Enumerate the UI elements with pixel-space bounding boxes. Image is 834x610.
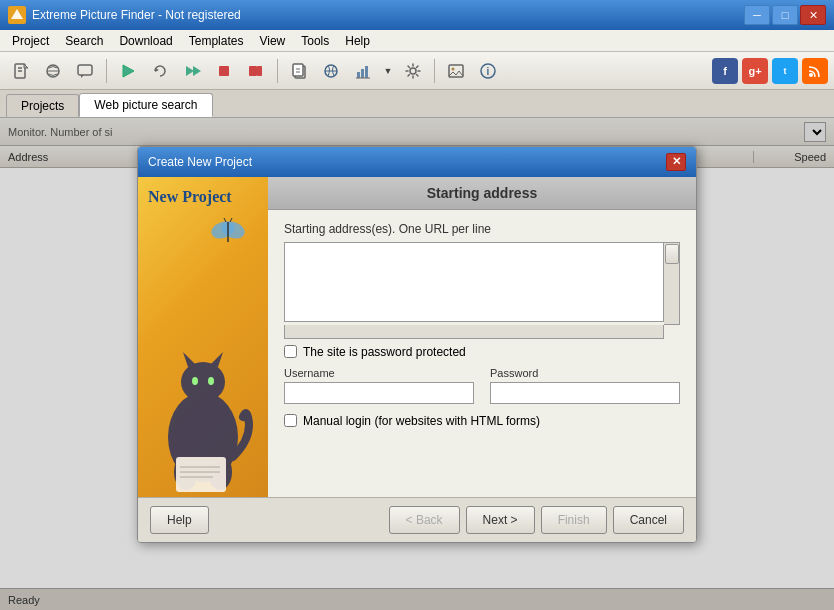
toolbar-sep-2 <box>277 59 278 83</box>
toolbar-image[interactable] <box>441 57 471 85</box>
username-label: Username <box>284 367 474 379</box>
toolbar-stop[interactable] <box>209 57 239 85</box>
menu-download[interactable]: Download <box>111 32 180 50</box>
minimize-button[interactable]: ─ <box>744 5 770 25</box>
googleplus-button[interactable]: g+ <box>742 58 768 84</box>
tab-web-picture-search[interactable]: Web picture search <box>79 93 212 117</box>
window-title: Extreme Picture Finder - Not registered <box>32 8 744 22</box>
svg-rect-18 <box>293 64 303 76</box>
social-buttons: f g+ t <box>712 58 828 84</box>
step-header: Starting address <box>268 177 696 210</box>
dialog: Create New Project ✕ New Project <box>137 146 697 543</box>
username-input[interactable] <box>284 382 474 404</box>
svg-rect-14 <box>219 66 229 76</box>
svg-rect-15 <box>249 66 257 76</box>
title-bar: Extreme Picture Finder - Not registered … <box>0 0 834 30</box>
toolbar-settings2[interactable] <box>398 57 428 85</box>
svg-point-32 <box>809 73 813 77</box>
menu-tools[interactable]: Tools <box>293 32 337 50</box>
menu-templates[interactable]: Templates <box>181 32 252 50</box>
svg-marker-41 <box>210 352 223 367</box>
toolbar-clipboard[interactable] <box>284 57 314 85</box>
password-section: The site is password protected Username … <box>284 345 680 428</box>
svg-point-29 <box>452 67 455 70</box>
password-input[interactable] <box>490 382 680 404</box>
maximize-button[interactable]: □ <box>772 5 798 25</box>
menu-project[interactable]: Project <box>4 32 57 50</box>
dialog-title: Create New Project <box>148 155 666 169</box>
svg-rect-16 <box>257 66 262 76</box>
svg-marker-9 <box>81 75 84 78</box>
svg-rect-24 <box>361 69 364 78</box>
url-field-label: Starting address(es). One URL per line <box>284 222 680 236</box>
scrollbar-thumb <box>665 244 679 264</box>
password-field: Password <box>490 367 680 404</box>
toolbar-comment[interactable] <box>70 57 100 85</box>
toolbar-dropdown[interactable]: ▼ <box>380 57 396 85</box>
manual-login-checkbox[interactable] <box>284 414 297 427</box>
new-project-label: New Project <box>148 187 258 206</box>
credentials-row: Username Password <box>284 367 680 404</box>
back-button[interactable]: < Back <box>389 506 460 534</box>
username-field: Username <box>284 367 474 404</box>
svg-point-44 <box>208 377 214 385</box>
svg-text:i: i <box>487 66 490 77</box>
svg-rect-47 <box>176 457 226 492</box>
textarea-scrollbar[interactable] <box>664 242 680 325</box>
manual-login-row: Manual login (for websites with HTML for… <box>284 414 680 428</box>
svg-rect-8 <box>78 65 92 75</box>
toolbar-info[interactable]: i <box>473 57 503 85</box>
modal-overlay: Create New Project ✕ New Project <box>0 118 834 610</box>
dialog-left-panel: New Project <box>138 177 268 497</box>
help-button[interactable]: Help <box>150 506 209 534</box>
toolbar-chart[interactable] <box>348 57 378 85</box>
dialog-close-button[interactable]: ✕ <box>666 153 686 171</box>
password-checkbox-row: The site is password protected <box>284 345 680 359</box>
password-checkbox-label: The site is password protected <box>303 345 466 359</box>
window-close-button[interactable]: ✕ <box>800 5 826 25</box>
dialog-content: Starting address(es). One URL per line <box>268 210 696 497</box>
dialog-body: New Project <box>138 177 696 497</box>
menu-bar: Project Search Download Templates View T… <box>0 30 834 52</box>
toolbar-play-next[interactable] <box>177 57 207 85</box>
cancel-button[interactable]: Cancel <box>613 506 684 534</box>
menu-help[interactable]: Help <box>337 32 378 50</box>
toolbar-settings[interactable] <box>38 57 68 85</box>
dialog-footer: Help < Back Next > Finish Cancel <box>138 497 696 542</box>
toolbar-web[interactable] <box>316 57 346 85</box>
toolbar-play[interactable] <box>113 57 143 85</box>
url-input[interactable] <box>284 242 664 322</box>
facebook-button[interactable]: f <box>712 58 738 84</box>
twitter-button[interactable]: t <box>772 58 798 84</box>
tabs-bar: Projects Web picture search <box>0 90 834 118</box>
svg-marker-12 <box>186 66 194 76</box>
dialog-titlebar: Create New Project ✕ <box>138 147 696 177</box>
menu-view[interactable]: View <box>251 32 293 50</box>
toolbar-refresh[interactable] <box>145 57 175 85</box>
svg-marker-10 <box>123 65 134 77</box>
finish-button[interactable]: Finish <box>541 506 607 534</box>
svg-marker-5 <box>24 64 28 68</box>
password-checkbox[interactable] <box>284 345 297 358</box>
toolbar-sep-3 <box>434 59 435 83</box>
svg-line-37 <box>230 218 232 222</box>
toolbar-stop-all[interactable] <box>241 57 271 85</box>
manual-login-label: Manual login (for websites with HTML for… <box>303 414 540 428</box>
butterfly-icon <box>208 212 248 252</box>
svg-line-36 <box>224 218 226 222</box>
toolbar: ▼ i f g+ t <box>0 52 834 90</box>
next-button[interactable]: Next > <box>466 506 535 534</box>
svg-marker-11 <box>155 68 159 72</box>
menu-search[interactable]: Search <box>57 32 111 50</box>
textarea-hscrollbar[interactable] <box>284 325 664 339</box>
svg-rect-42 <box>190 395 216 415</box>
dialog-right-panel: Starting address Starting address(es). O… <box>268 177 696 497</box>
rss-button[interactable] <box>802 58 828 84</box>
toolbar-new[interactable] <box>6 57 36 85</box>
svg-rect-23 <box>357 72 360 78</box>
svg-rect-25 <box>365 66 368 78</box>
tab-projects[interactable]: Projects <box>6 94 79 117</box>
url-input-wrapper <box>284 242 680 325</box>
password-label: Password <box>490 367 680 379</box>
svg-point-27 <box>410 68 416 74</box>
